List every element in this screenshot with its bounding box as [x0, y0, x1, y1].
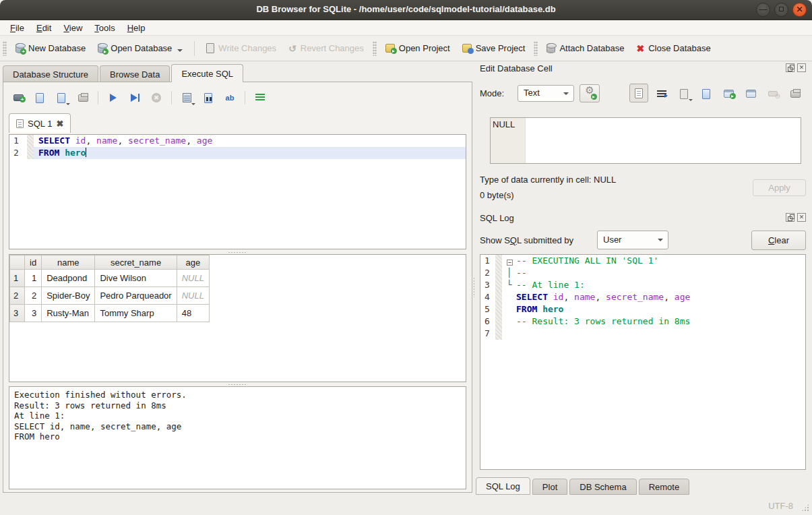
toolbar-drag-handle[interactable]: [534, 41, 538, 56]
export-cell-button[interactable]: [697, 85, 716, 102]
resize-grip[interactable]: [801, 504, 809, 512]
bottom-tab-db-schema[interactable]: DB Schema: [569, 479, 636, 495]
auto-apply-button[interactable]: ⚙: [580, 84, 600, 102]
close-button[interactable]: ✕: [792, 3, 807, 17]
find-button[interactable]: [199, 89, 218, 107]
cell-value: NULL: [493, 119, 515, 129]
fold-marker: │: [507, 267, 516, 279]
execute-all-button[interactable]: [104, 89, 123, 107]
code-line[interactable]: 1−-- EXECUTING ALL IN 'SQL 1': [480, 255, 805, 267]
open-database-button[interactable]: Open Database: [92, 40, 189, 57]
format-sql-button[interactable]: [251, 89, 270, 107]
find-icon: [204, 93, 212, 103]
code-text: SELECT id, name, secret_name, age: [34, 135, 466, 147]
code-line[interactable]: 4SELECT id, name, secret_name, age: [480, 291, 805, 303]
save-project-button[interactable]: Save Project: [456, 40, 532, 57]
table-cell[interactable]: Rusty-Man: [42, 305, 95, 322]
tab-database-structure[interactable]: Database Structure: [3, 65, 98, 82]
word-wrap-button[interactable]: [652, 85, 671, 102]
table-cell[interactable]: 2: [25, 287, 42, 305]
find-replace-button[interactable]: ab: [220, 89, 239, 107]
minimize-button[interactable]: —: [756, 3, 770, 17]
text-mode-toggle[interactable]: [629, 84, 648, 102]
table-cell[interactable]: Dive Wilson: [95, 270, 177, 287]
new-database-button[interactable]: New Database: [9, 40, 92, 57]
clear-log-button[interactable]: Clear: [751, 231, 806, 250]
save-results-button[interactable]: [177, 89, 196, 107]
open-project-icon: [385, 44, 395, 53]
tab-execute-sql[interactable]: Execute SQL: [171, 64, 243, 82]
maximize-button[interactable]: [774, 3, 788, 17]
code-line[interactable]: 1SELECT id, name, secret_name, age: [9, 135, 466, 147]
open-database-dropdown-icon[interactable]: [177, 49, 183, 52]
fold-margin: [495, 328, 502, 340]
cell-value-editor[interactable]: NULL: [490, 117, 801, 164]
line-number: 2: [480, 267, 495, 279]
encoding-indicator[interactable]: UTF-8: [768, 501, 793, 511]
save-sql-file-button[interactable]: [52, 89, 71, 107]
table-cell[interactable]: 3: [25, 305, 42, 322]
code-line[interactable]: 7: [480, 328, 805, 340]
chevron-down-icon: [563, 92, 569, 95]
tab-browse-data[interactable]: Browse Data: [100, 65, 170, 82]
mode-select[interactable]: Text: [518, 85, 574, 102]
menu-tools[interactable]: Tools: [88, 22, 121, 34]
sql-log-view[interactable]: 1−-- EXECUTING ALL IN 'SQL 1'2│--3└-- At…: [480, 254, 806, 470]
menu-view[interactable]: View: [57, 22, 88, 34]
fold-marker[interactable]: −: [507, 255, 516, 267]
print-sql-button[interactable]: [73, 89, 92, 107]
column-header-age[interactable]: age: [177, 255, 209, 270]
sql-editor-tab[interactable]: SQL 1 ✖: [9, 113, 71, 133]
column-header-secret_name[interactable]: secret_name: [95, 255, 177, 270]
line-number: 6: [480, 315, 495, 328]
close-database-button[interactable]: ✖ Close Database: [631, 40, 717, 57]
code-line[interactable]: 2│--: [480, 267, 805, 279]
sql-source-select[interactable]: User: [597, 231, 668, 249]
open-new-tab-button[interactable]: [9, 89, 28, 107]
float-dock-icon[interactable]: [786, 63, 794, 72]
menu-file[interactable]: File: [4, 22, 30, 34]
table-cell[interactable]: Tommy Sharp: [95, 305, 177, 322]
open-sql-file-button[interactable]: [30, 89, 49, 107]
code-line[interactable]: 2FROM hero: [9, 147, 466, 159]
code-line[interactable]: 3└-- At line 1:: [480, 279, 805, 291]
window-titlebar[interactable]: DB Browser for SQLite - /home/user/code/…: [0, 0, 812, 20]
menu-help[interactable]: Help: [121, 22, 152, 34]
row-header[interactable]: 1: [10, 270, 25, 287]
sql-file-icon: [16, 119, 24, 128]
bottom-tab-sql-log[interactable]: SQL Log: [476, 477, 530, 495]
close-dock-icon[interactable]: ✕: [797, 63, 806, 72]
table-cell[interactable]: NULL: [177, 270, 209, 287]
close-dock-icon[interactable]: ✕: [797, 213, 806, 222]
show-sql-label: Show SQL submitted by: [480, 235, 573, 245]
table-cell[interactable]: 48: [177, 305, 209, 322]
open-external-button[interactable]: [719, 85, 738, 102]
bottom-tab-plot[interactable]: Plot: [532, 479, 567, 495]
close-tab-icon[interactable]: ✖: [56, 119, 63, 129]
column-header-name[interactable]: name: [42, 255, 95, 270]
toolbar-drag-handle[interactable]: [373, 41, 377, 56]
row-header[interactable]: 3: [10, 305, 25, 322]
table-cell[interactable]: Deadpond: [42, 270, 95, 287]
execute-current-line-button[interactable]: [125, 89, 144, 107]
menu-edit[interactable]: Edit: [30, 22, 57, 34]
table-cell[interactable]: NULL: [177, 287, 209, 305]
open-project-button[interactable]: Open Project: [379, 40, 456, 57]
code-line[interactable]: 6-- Result: 3 rows returned in 8ms: [480, 315, 805, 328]
print-cell-button[interactable]: [786, 85, 805, 102]
column-header-id[interactable]: id: [25, 255, 42, 270]
table-cell[interactable]: 1: [25, 270, 42, 287]
main-splitter[interactable]: [472, 82, 476, 493]
code-line[interactable]: 5FROM hero: [480, 303, 805, 315]
toolbar-drag-handle[interactable]: [3, 41, 7, 56]
attach-database-button[interactable]: Attach Database: [540, 40, 630, 57]
float-dock-icon[interactable]: [786, 213, 794, 222]
table-cell[interactable]: Pedro Parqueador: [95, 287, 177, 305]
bottom-tab-remote[interactable]: Remote: [639, 479, 690, 495]
sql-editor[interactable]: 1SELECT id, name, secret_name, age2FROM …: [9, 134, 466, 249]
copy-link-button[interactable]: [741, 85, 760, 102]
corner-header[interactable]: [10, 255, 25, 270]
row-header[interactable]: 2: [10, 287, 25, 305]
table-cell[interactable]: Spider-Boy: [42, 287, 95, 305]
text-document-icon: [635, 88, 643, 98]
